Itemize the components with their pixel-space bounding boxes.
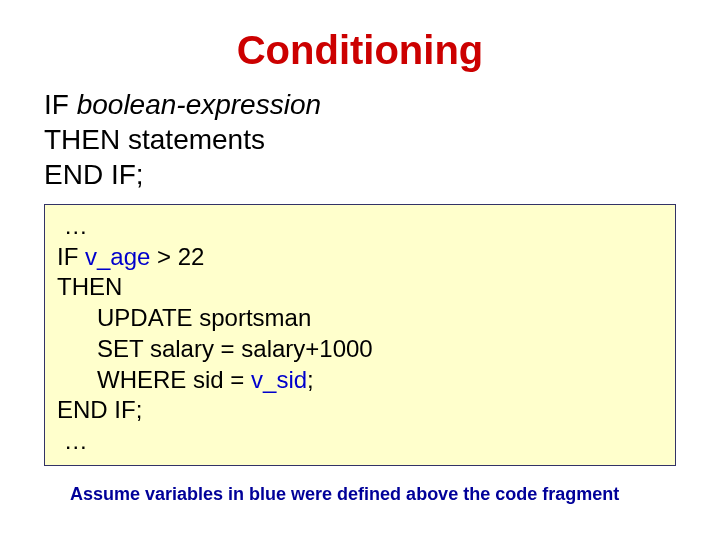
kw-if: IF <box>44 89 77 120</box>
syntax-line-if: IF boolean-expression <box>44 87 720 122</box>
syntax-block: IF boolean-expression THEN statements EN… <box>44 87 720 192</box>
code-line: END IF; <box>57 395 663 426</box>
code-line: SET salary = salary+1000 <box>57 334 663 365</box>
syntax-line-endif: END IF; <box>44 157 720 192</box>
code-text: WHERE sid = <box>97 366 251 393</box>
placeholder-statements: statements <box>128 124 265 155</box>
footnote: Assume variables in blue were defined ab… <box>70 484 676 505</box>
code-text: SET salary = salary+1000 <box>97 335 373 362</box>
code-line: THEN <box>57 272 663 303</box>
code-line: IF v_age > 22 <box>57 242 663 273</box>
code-text: > 22 <box>150 243 204 270</box>
kw-then: THEN <box>44 124 128 155</box>
kw-if: IF <box>57 243 85 270</box>
code-line: WHERE sid = v_sid; <box>57 365 663 396</box>
placeholder-boolean-expression: boolean-expression <box>77 89 321 120</box>
code-text: ; <box>307 366 314 393</box>
slide-title: Conditioning <box>0 28 720 73</box>
code-text: UPDATE sportsman <box>97 304 311 331</box>
code-example-box: … IF v_age > 22 THEN UPDATE sportsman SE… <box>44 204 676 466</box>
syntax-line-then: THEN statements <box>44 122 720 157</box>
variable-v-age: v_age <box>85 243 150 270</box>
variable-v-sid: v_sid <box>251 366 307 393</box>
code-line: UPDATE sportsman <box>57 303 663 334</box>
code-line: … <box>57 211 663 242</box>
code-line: … <box>57 426 663 457</box>
slide: Conditioning IF boolean-expression THEN … <box>0 28 720 540</box>
